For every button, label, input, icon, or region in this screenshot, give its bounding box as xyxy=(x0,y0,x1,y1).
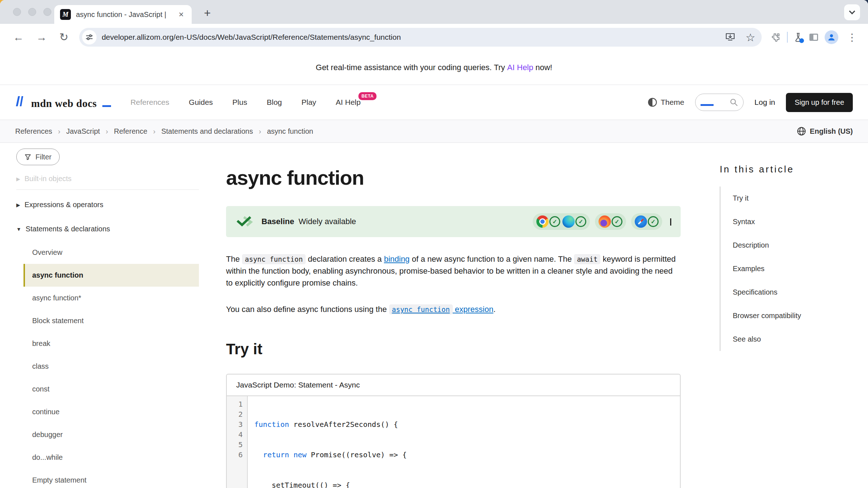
back-button[interactable]: ← xyxy=(8,32,29,43)
sidebar-item-class[interactable]: class xyxy=(24,355,199,378)
zoom-window-button[interactable] xyxy=(43,8,51,16)
nav-references[interactable]: References xyxy=(131,98,169,107)
traffic-lights xyxy=(13,8,51,16)
baseline-status: Widely available xyxy=(299,217,356,226)
check-circle-icon: ✓ xyxy=(549,216,560,227)
async-function-code: async function xyxy=(242,254,306,264)
line-number: 6 xyxy=(227,450,243,460)
ai-help-promo-link[interactable]: AI Help xyxy=(507,63,533,72)
extensions-button[interactable] xyxy=(771,32,781,42)
filter-label: Filter xyxy=(35,153,51,161)
toc-item-description[interactable]: Description xyxy=(733,234,861,257)
chrome-icon xyxy=(536,215,549,228)
close-tab-icon[interactable]: × xyxy=(176,9,186,20)
breadcrumb: References › JavaScript › Reference › St… xyxy=(0,120,868,143)
breadcrumb-javascript[interactable]: JavaScript xyxy=(66,127,100,136)
address-bar[interactable]: developer.allizom.org/en-US/docs/Web/Jav… xyxy=(79,28,762,47)
paragraph-text: . xyxy=(493,305,495,314)
nav-blog[interactable]: Blog xyxy=(267,98,282,107)
line-number: 1 xyxy=(227,399,243,409)
browser-window: M async function - JavaScript | × + ← → … xyxy=(0,0,868,488)
toc-title: In this article xyxy=(720,164,861,175)
sidebar-section-expressions[interactable]: ▶ Expressions & operators xyxy=(16,193,199,217)
profile-avatar[interactable] xyxy=(825,30,838,44)
sidebar-item-overview[interactable]: Overview xyxy=(24,241,199,264)
minimize-window-button[interactable] xyxy=(28,8,36,16)
close-window-button[interactable] xyxy=(13,8,21,16)
binding-link[interactable]: binding xyxy=(384,254,410,264)
toc-item-examples[interactable]: Examples xyxy=(733,257,861,281)
theme-toggle[interactable]: Theme xyxy=(648,98,684,107)
sidebar-item-debugger[interactable]: debugger xyxy=(24,423,199,446)
baseline-logo-icon xyxy=(235,215,254,228)
sidebar-item-continue[interactable]: continue xyxy=(24,401,199,423)
notification-dot xyxy=(799,38,804,43)
forward-button[interactable]: → xyxy=(31,32,52,43)
tune-icon xyxy=(85,33,93,41)
beta-badge: BETA xyxy=(358,92,376,100)
nav-play[interactable]: Play xyxy=(301,98,316,107)
chevron-down-icon xyxy=(849,8,855,14)
browser-menu-button[interactable]: ⋮ xyxy=(844,31,860,43)
breadcrumb-references[interactable]: References xyxy=(15,127,52,136)
line-number: 5 xyxy=(227,440,243,450)
side-panel-icon xyxy=(809,33,819,42)
article-content: async function Baseline Widely available… xyxy=(210,143,709,488)
login-link[interactable]: Log in xyxy=(754,98,775,107)
tab-search-button[interactable] xyxy=(844,4,860,20)
main-navigation: References Guides Plus Blog Play AI Help… xyxy=(131,98,361,107)
toolbar-separator xyxy=(787,32,788,43)
safari-icon xyxy=(635,215,647,228)
bookmark-star-button[interactable]: ☆ xyxy=(743,31,758,44)
language-selector[interactable]: English (US) xyxy=(797,127,853,136)
toc-item-try-it[interactable]: Try it xyxy=(733,187,861,210)
nav-plus[interactable]: Plus xyxy=(233,98,247,107)
sidebar-statement-list: Overview async function async function* … xyxy=(24,241,199,488)
sidebar-section-statements[interactable]: ▼ Statements & declarations xyxy=(16,217,199,241)
toc-list: Try it Syntax Description Examples Speci… xyxy=(720,187,861,351)
toc-item-browser-compatibility[interactable]: Browser compatibility xyxy=(733,304,861,328)
theme-icon xyxy=(648,98,657,107)
baseline-expand-button[interactable] xyxy=(670,218,671,225)
sidebar-item-built-in-objects[interactable]: ▶ Built-in objects xyxy=(16,175,199,183)
sidebar-item-break[interactable]: break xyxy=(24,332,199,355)
breadcrumb-reference[interactable]: Reference xyxy=(114,127,147,136)
browser-tab[interactable]: M async function - JavaScript | × xyxy=(54,5,192,24)
search-input[interactable] xyxy=(695,94,744,111)
chevron-down-icon xyxy=(670,218,671,226)
sidebar-item-block-statement[interactable]: Block statement xyxy=(24,309,199,332)
expression-paragraph: You can also define async functions usin… xyxy=(226,303,681,315)
globe-icon xyxy=(797,127,806,136)
breadcrumb-separator-icon: › xyxy=(259,127,261,136)
site-settings-button[interactable] xyxy=(82,30,97,44)
sidebar-item-async-function-star[interactable]: async function* xyxy=(24,287,199,309)
code-line: return new Promise((resolve) => { xyxy=(254,450,407,460)
breadcrumb-separator-icon: › xyxy=(153,127,156,136)
reload-button[interactable]: ↻ xyxy=(54,32,73,43)
baseline-banner: Baseline Widely available ✓ ✓ ✓ ✓ xyxy=(226,206,681,237)
url-text[interactable]: developer.allizom.org/en-US/docs/Web/Jav… xyxy=(102,33,718,42)
sidebar-item-async-function[interactable]: async function xyxy=(24,264,199,287)
sidebar-item-do-while[interactable]: do...while xyxy=(24,446,199,469)
code-lines[interactable]: function resolveAfter2Seconds() { return… xyxy=(248,399,407,488)
nav-ai-help[interactable]: AI HelpBETA xyxy=(336,98,361,107)
nav-guides[interactable]: Guides xyxy=(189,98,213,107)
toc-item-see-also[interactable]: See also xyxy=(733,328,861,351)
toc-item-syntax[interactable]: Syntax xyxy=(733,210,861,234)
sidebar-item-const[interactable]: const xyxy=(24,378,199,401)
filter-button[interactable]: Filter xyxy=(16,149,60,165)
chrome-labs-button[interactable] xyxy=(793,32,803,42)
site-header: mdn web docs References Guides Plus Blog… xyxy=(0,85,868,120)
new-tab-button[interactable]: + xyxy=(200,7,215,20)
demo-code-editor[interactable]: 1 2 3 4 5 6 function resolveAfter2Second… xyxy=(227,396,680,488)
async-function-expression-link[interactable]: async function expression xyxy=(389,305,494,314)
side-panel-button[interactable] xyxy=(809,33,819,42)
mdn-logo[interactable]: mdn web docs xyxy=(15,95,111,110)
promo-text-after: now! xyxy=(536,63,552,72)
collapsed-triangle-icon: ▶ xyxy=(16,202,20,208)
signup-button[interactable]: Sign up for free xyxy=(786,93,853,112)
breadcrumb-statements[interactable]: Statements and declarations xyxy=(161,127,253,136)
install-app-button[interactable] xyxy=(723,33,738,42)
sidebar-item-empty-statement[interactable]: Empty statement xyxy=(24,469,199,488)
toc-item-specifications[interactable]: Specifications xyxy=(733,281,861,304)
